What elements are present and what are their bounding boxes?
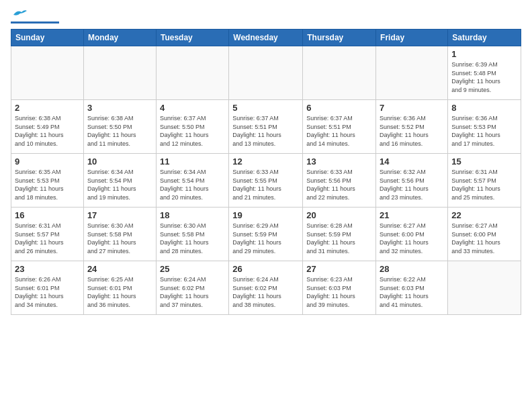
calendar-week-row: 2Sunrise: 6:38 AM Sunset: 5:49 PM Daylig… <box>11 100 521 154</box>
calendar-cell: 21Sunrise: 6:27 AM Sunset: 6:00 PM Dayli… <box>376 208 448 261</box>
day-info: Sunrise: 6:38 AM Sunset: 5:50 PM Dayligh… <box>87 114 152 148</box>
day-info: Sunrise: 6:36 AM Sunset: 5:52 PM Dayligh… <box>380 114 444 148</box>
day-number: 5 <box>232 103 299 113</box>
day-info: Sunrise: 6:37 AM Sunset: 5:51 PM Dayligh… <box>232 114 299 148</box>
calendar-week-row: 9Sunrise: 6:35 AM Sunset: 5:53 PM Daylig… <box>11 154 521 208</box>
day-info: Sunrise: 6:22 AM Sunset: 6:03 PM Dayligh… <box>380 275 444 309</box>
calendar-cell <box>229 46 303 100</box>
day-info: Sunrise: 6:24 AM Sunset: 6:02 PM Dayligh… <box>232 275 299 309</box>
day-info: Sunrise: 6:31 AM Sunset: 5:57 PM Dayligh… <box>15 222 80 255</box>
calendar-table: SundayMondayTuesdayWednesdayThursdayFrid… <box>11 29 521 315</box>
day-info: Sunrise: 6:37 AM Sunset: 5:51 PM Dayligh… <box>306 114 372 148</box>
calendar-cell: 23Sunrise: 6:26 AM Sunset: 6:01 PM Dayli… <box>11 261 84 315</box>
logo <box>11 13 59 24</box>
day-info: Sunrise: 6:27 AM Sunset: 6:00 PM Dayligh… <box>380 222 444 255</box>
calendar-week-row: 16Sunrise: 6:31 AM Sunset: 5:57 PM Dayli… <box>11 208 521 261</box>
day-header-sunday: Sunday <box>11 30 84 46</box>
day-number: 1 <box>451 49 517 59</box>
calendar-cell: 6Sunrise: 6:37 AM Sunset: 5:51 PM Daylig… <box>303 100 376 154</box>
calendar-cell: 10Sunrise: 6:34 AM Sunset: 5:54 PM Dayli… <box>83 154 156 208</box>
day-header-friday: Friday <box>376 30 448 46</box>
day-header-wednesday: Wednesday <box>229 30 303 46</box>
calendar-cell: 3Sunrise: 6:38 AM Sunset: 5:50 PM Daylig… <box>83 100 156 154</box>
calendar-cell: 20Sunrise: 6:28 AM Sunset: 5:59 PM Dayli… <box>303 208 376 261</box>
calendar-week-row: 1Sunrise: 6:39 AM Sunset: 5:48 PM Daylig… <box>11 46 521 100</box>
day-header-monday: Monday <box>83 30 156 46</box>
day-info: Sunrise: 6:36 AM Sunset: 5:53 PM Dayligh… <box>451 114 517 148</box>
day-header-saturday: Saturday <box>448 30 521 46</box>
calendar-cell: 22Sunrise: 6:27 AM Sunset: 6:00 PM Dayli… <box>448 208 521 261</box>
day-number: 11 <box>160 156 225 167</box>
day-number: 12 <box>232 156 299 167</box>
day-info: Sunrise: 6:38 AM Sunset: 5:49 PM Dayligh… <box>15 114 80 148</box>
logo-underline <box>11 21 59 24</box>
calendar-cell: 11Sunrise: 6:34 AM Sunset: 5:54 PM Dayli… <box>156 154 228 208</box>
day-header-thursday: Thursday <box>303 30 376 46</box>
day-info: Sunrise: 6:35 AM Sunset: 5:53 PM Dayligh… <box>15 168 80 201</box>
logo-bird-icon <box>12 8 27 20</box>
calendar-cell: 27Sunrise: 6:23 AM Sunset: 6:03 PM Dayli… <box>303 261 376 315</box>
day-number: 6 <box>306 103 372 113</box>
calendar-cell: 13Sunrise: 6:33 AM Sunset: 5:56 PM Dayli… <box>303 154 376 208</box>
calendar-cell: 2Sunrise: 6:38 AM Sunset: 5:49 PM Daylig… <box>11 100 84 154</box>
day-info: Sunrise: 6:31 AM Sunset: 5:57 PM Dayligh… <box>451 168 517 201</box>
day-number: 21 <box>380 210 444 220</box>
day-number: 23 <box>15 264 80 274</box>
calendar-cell <box>376 46 448 100</box>
calendar-cell: 9Sunrise: 6:35 AM Sunset: 5:53 PM Daylig… <box>11 154 84 208</box>
calendar-cell: 1Sunrise: 6:39 AM Sunset: 5:48 PM Daylig… <box>448 46 521 100</box>
day-info: Sunrise: 6:32 AM Sunset: 5:56 PM Dayligh… <box>380 168 444 201</box>
day-info: Sunrise: 6:33 AM Sunset: 5:56 PM Dayligh… <box>306 168 372 201</box>
calendar-cell: 14Sunrise: 6:32 AM Sunset: 5:56 PM Dayli… <box>376 154 448 208</box>
calendar-week-row: 23Sunrise: 6:26 AM Sunset: 6:01 PM Dayli… <box>11 261 521 315</box>
calendar-cell <box>303 46 376 100</box>
calendar-cell: 15Sunrise: 6:31 AM Sunset: 5:57 PM Dayli… <box>448 154 521 208</box>
calendar-header-row: SundayMondayTuesdayWednesdayThursdayFrid… <box>11 30 521 46</box>
day-number: 7 <box>380 103 444 113</box>
calendar-cell: 26Sunrise: 6:24 AM Sunset: 6:02 PM Dayli… <box>229 261 303 315</box>
calendar-cell: 16Sunrise: 6:31 AM Sunset: 5:57 PM Dayli… <box>11 208 84 261</box>
calendar-cell: 5Sunrise: 6:37 AM Sunset: 5:51 PM Daylig… <box>229 100 303 154</box>
day-number: 9 <box>15 156 80 167</box>
calendar-cell: 17Sunrise: 6:30 AM Sunset: 5:58 PM Dayli… <box>83 208 156 261</box>
day-info: Sunrise: 6:34 AM Sunset: 5:54 PM Dayligh… <box>87 168 152 201</box>
day-info: Sunrise: 6:39 AM Sunset: 5:48 PM Dayligh… <box>451 60 517 94</box>
day-number: 18 <box>160 210 225 220</box>
calendar-cell: 4Sunrise: 6:37 AM Sunset: 5:50 PM Daylig… <box>156 100 228 154</box>
day-number: 27 <box>306 264 372 274</box>
day-info: Sunrise: 6:25 AM Sunset: 6:01 PM Dayligh… <box>87 275 152 309</box>
day-number: 15 <box>451 156 517 167</box>
day-info: Sunrise: 6:26 AM Sunset: 6:01 PM Dayligh… <box>15 275 80 309</box>
day-info: Sunrise: 6:30 AM Sunset: 5:58 PM Dayligh… <box>160 222 225 255</box>
day-number: 20 <box>306 210 372 220</box>
day-number: 16 <box>15 210 80 220</box>
calendar-cell: 18Sunrise: 6:30 AM Sunset: 5:58 PM Dayli… <box>156 208 228 261</box>
day-number: 8 <box>451 103 517 113</box>
calendar-cell: 19Sunrise: 6:29 AM Sunset: 5:59 PM Dayli… <box>229 208 303 261</box>
calendar-cell: 8Sunrise: 6:36 AM Sunset: 5:53 PM Daylig… <box>448 100 521 154</box>
day-info: Sunrise: 6:29 AM Sunset: 5:59 PM Dayligh… <box>232 222 299 255</box>
day-info: Sunrise: 6:24 AM Sunset: 6:02 PM Dayligh… <box>160 275 225 309</box>
day-info: Sunrise: 6:33 AM Sunset: 5:55 PM Dayligh… <box>232 168 299 201</box>
calendar-cell: 28Sunrise: 6:22 AM Sunset: 6:03 PM Dayli… <box>376 261 448 315</box>
day-info: Sunrise: 6:28 AM Sunset: 5:59 PM Dayligh… <box>306 222 372 255</box>
calendar-cell <box>156 46 228 100</box>
day-number: 2 <box>15 103 80 113</box>
day-number: 24 <box>87 264 152 274</box>
day-info: Sunrise: 6:34 AM Sunset: 5:54 PM Dayligh… <box>160 168 225 201</box>
calendar-cell: 12Sunrise: 6:33 AM Sunset: 5:55 PM Dayli… <box>229 154 303 208</box>
day-number: 3 <box>87 103 152 113</box>
day-number: 17 <box>87 210 152 220</box>
calendar-cell: 24Sunrise: 6:25 AM Sunset: 6:01 PM Dayli… <box>83 261 156 315</box>
day-number: 28 <box>380 264 444 274</box>
day-number: 14 <box>380 156 444 167</box>
day-info: Sunrise: 6:30 AM Sunset: 5:58 PM Dayligh… <box>87 222 152 255</box>
day-number: 25 <box>160 264 225 274</box>
day-number: 10 <box>87 156 152 167</box>
day-info: Sunrise: 6:23 AM Sunset: 6:03 PM Dayligh… <box>306 275 372 309</box>
day-info: Sunrise: 6:37 AM Sunset: 5:50 PM Dayligh… <box>160 114 225 148</box>
day-number: 22 <box>451 210 517 220</box>
day-number: 19 <box>232 210 299 220</box>
day-number: 4 <box>160 103 225 113</box>
day-number: 13 <box>306 156 372 167</box>
